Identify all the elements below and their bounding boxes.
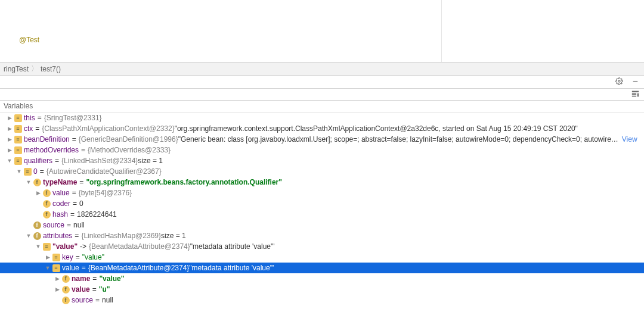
variable-row[interactable]: ▶≡ctx = {ClassPathXmlApplicationContext@… <box>0 123 644 134</box>
view-link[interactable]: View <box>622 134 637 145</box>
expand-arrow-icon[interactable]: ▶ <box>6 145 13 155</box>
variable-name: qualifiers <box>24 155 52 166</box>
variable-name: ctx <box>24 123 33 134</box>
variable-value: 1826224641 <box>77 209 117 220</box>
variable-row[interactable]: fsource = null <box>0 295 644 305</box>
variable-string-value: "value" <box>82 252 104 263</box>
annotation: @Test <box>19 36 39 44</box>
variable-row[interactable]: ▼≡0 = {AutowireCandidateQualifier@2367} <box>0 166 644 177</box>
variable-icon: f <box>61 274 70 283</box>
variable-value: null <box>102 295 113 305</box>
variable-type: {ClassPathXmlApplicationContext@2332} <box>42 123 174 134</box>
variable-name: name <box>72 273 90 284</box>
expand-arrow-icon[interactable]: ▼ <box>25 230 32 241</box>
variable-type: {MethodOverrides@2333} <box>88 145 171 155</box>
variable-name: value <box>62 263 79 273</box>
expand-arrow-icon[interactable]: ▶ <box>54 273 61 284</box>
sub-toolbar <box>0 89 644 101</box>
variable-type: {BeanMetadataAttribute@2374} <box>88 263 190 273</box>
breadcrumb[interactable]: ringTest 〉 test7() <box>0 63 644 76</box>
editor-margin <box>441 0 442 62</box>
expand-arrow-icon[interactable]: ▼ <box>35 241 42 252</box>
variable-row[interactable]: fhash = 1826224641 <box>0 209 644 220</box>
expand-arrow-icon[interactable]: ▼ <box>6 155 13 166</box>
variable-icon: ≡ <box>23 167 32 176</box>
variable-type: {LinkedHashSet@2334} <box>61 155 138 166</box>
variable-name: hash <box>52 209 68 220</box>
variable-name: coder <box>52 198 70 209</box>
svg-rect-4 <box>637 93 639 96</box>
variable-value: "metadata attribute 'value'" <box>189 263 274 273</box>
variables-tree[interactable]: ▶≡this = {SringTest@2331}▶≡ctx = {ClassP… <box>0 113 644 309</box>
variable-row[interactable]: ▼≡"value" -> {BeanMetadataAttribute@2374… <box>0 241 644 252</box>
expand-arrow-icon[interactable]: ▶ <box>54 284 61 295</box>
minimize-icon[interactable] <box>631 77 639 87</box>
variable-icon: ≡ <box>13 146 23 154</box>
variable-type: {LinkedHashMap@2369} <box>81 230 161 241</box>
expand-arrow-icon[interactable]: ▶ <box>35 188 42 198</box>
variable-row[interactable]: fsource = null <box>0 220 644 230</box>
code-editor[interactable]: @Test public void test7() { ClassPathXml… <box>0 0 644 63</box>
variable-icon: f <box>32 232 42 240</box>
chevron-right-icon: 〉 <box>31 64 38 74</box>
variable-icon: ≡ <box>51 253 61 261</box>
svg-rect-2 <box>632 90 639 92</box>
variable-string-value: "u" <box>99 284 110 295</box>
variable-name: typeName <box>43 177 77 188</box>
expand-arrow-icon[interactable]: ▼ <box>44 263 51 273</box>
variable-icon: ≡ <box>13 124 23 133</box>
expand-arrow-icon[interactable]: ▶ <box>6 123 13 134</box>
expand-arrow-icon[interactable]: ▶ <box>6 134 13 145</box>
variable-row[interactable]: ▼≡qualifiers = {LinkedHashSet@2334} size… <box>0 155 644 166</box>
variable-name: "value" <box>52 241 78 252</box>
layout-icon[interactable] <box>631 90 639 99</box>
variable-row[interactable]: ▼fattributes = {LinkedHashMap@2369} size… <box>0 230 644 241</box>
variable-icon: ≡ <box>51 264 61 272</box>
variable-row[interactable]: ▼ftypeName = "org.springframework.beans.… <box>0 177 644 188</box>
variables-section-title: Variables <box>0 101 644 113</box>
variable-icon: f <box>42 210 51 219</box>
expand-arrow-icon[interactable]: ▶ <box>6 113 13 123</box>
variable-value: null <box>73 220 85 230</box>
variable-name: value <box>72 284 90 295</box>
variable-type: {GenericBeanDefinition@1996} <box>79 134 178 145</box>
variable-icon: f <box>42 199 51 208</box>
breadcrumb-item[interactable]: ringTest <box>4 65 29 73</box>
variable-name: 0 <box>33 166 38 177</box>
variable-icon: ≡ <box>42 242 51 251</box>
variable-name: methodOverrides <box>24 145 79 155</box>
variable-name: source <box>72 295 93 305</box>
variable-row[interactable]: ▶≡beanDefinition = {GenericBeanDefinitio… <box>0 134 644 145</box>
variable-value: size = 1 <box>138 155 163 166</box>
variable-icon: f <box>61 285 70 294</box>
variable-row[interactable]: ▶fname = "value" <box>0 273 644 284</box>
variable-row[interactable]: ▶fvalue = {byte[54]@2376} <box>0 188 644 198</box>
breadcrumb-item[interactable]: test7() <box>41 65 61 73</box>
variable-row[interactable]: fcoder = 0 <box>0 198 644 209</box>
expand-arrow-icon[interactable]: ▼ <box>16 166 23 177</box>
variable-icon: ≡ <box>13 157 23 165</box>
svg-rect-3 <box>632 93 636 94</box>
variable-type: {byte[54]@2376} <box>79 188 132 198</box>
debug-toolbar <box>0 76 644 89</box>
variable-row[interactable]: ▼≡value = {BeanMetadataAttribute@2374} "… <box>0 263 644 273</box>
variable-icon: ≡ <box>13 114 23 122</box>
variable-row[interactable]: ▶≡methodOverrides = {MethodOverrides@233… <box>0 145 644 155</box>
variable-icon: f <box>32 178 42 186</box>
variable-row[interactable]: ▶≡this = {SringTest@2331} <box>0 113 644 123</box>
variable-value: 0 <box>79 198 83 209</box>
expand-arrow-icon[interactable]: ▶ <box>44 252 51 263</box>
variable-name: beanDefinition <box>24 134 70 145</box>
expand-arrow-icon[interactable]: ▼ <box>25 177 32 188</box>
variable-value: "metadata attribute 'value'" <box>190 241 275 252</box>
variable-value: "org.springframework.context.support.Cla… <box>175 123 578 134</box>
variable-icon: f <box>32 221 42 229</box>
variable-row[interactable]: ▶≡key = "value" <box>0 252 644 263</box>
svg-point-0 <box>618 80 620 82</box>
gear-icon[interactable] <box>615 77 623 87</box>
variable-string-value: "value" <box>99 273 124 284</box>
variable-row[interactable]: ▶fvalue = "u" <box>0 284 644 295</box>
variable-value: "Generic bean: class [org.javaboy.loadxm… <box>178 134 618 145</box>
variable-name: key <box>62 252 73 263</box>
svg-rect-5 <box>632 95 636 96</box>
